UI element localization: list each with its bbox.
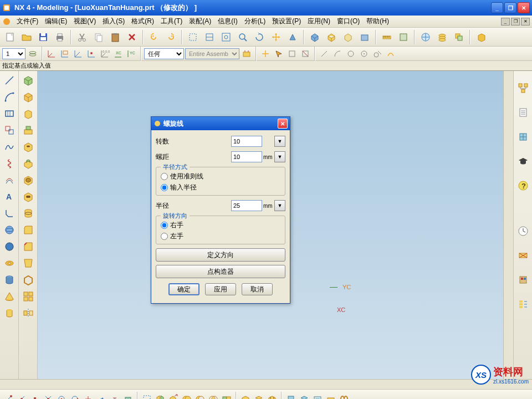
- print-button[interactable]: [52, 29, 68, 45]
- mdi-close[interactable]: ✕: [521, 18, 530, 25]
- yc-icon[interactable]: YC: [125, 48, 137, 60]
- horizontal-scrollbar[interactable]: [0, 379, 532, 389]
- expression-button[interactable]: [396, 29, 411, 45]
- offset-curve-icon[interactable]: [2, 173, 17, 187]
- radius-input[interactable]: [231, 200, 262, 211]
- pad-icon[interactable]: [21, 123, 36, 137]
- dialog-titlebar[interactable]: 螺旋线 ✕: [151, 117, 290, 130]
- mdi-minimize[interactable]: _: [501, 18, 510, 25]
- line-tool-icon[interactable]: [2, 73, 17, 88]
- point-constructor-button[interactable]: 点构造器: [156, 265, 285, 278]
- subtract-icon[interactable]: [194, 393, 206, 400]
- extract-icon[interactable]: [285, 393, 297, 400]
- redo-button[interactable]: [163, 29, 178, 45]
- curve-icon[interactable]: [385, 48, 397, 60]
- reorder-icon[interactable]: [515, 297, 531, 311]
- menu-info[interactable]: 信息(I): [214, 16, 241, 27]
- rectangle-tool-icon[interactable]: [2, 106, 17, 121]
- select-all-icon[interactable]: [141, 393, 153, 400]
- layer-settings-icon[interactable]: [27, 48, 39, 60]
- chamfer3d-icon[interactable]: [21, 239, 36, 254]
- helix-tool-icon[interactable]: [2, 156, 17, 171]
- move-object-button[interactable]: [451, 29, 467, 45]
- layer-button[interactable]: [434, 29, 450, 45]
- wcs-button[interactable]: [418, 29, 433, 45]
- links-icon[interactable]: [338, 393, 350, 400]
- circle2-icon[interactable]: [358, 48, 370, 60]
- history-icon[interactable]: [515, 105, 531, 120]
- save-button[interactable]: [35, 29, 51, 45]
- trim-body-icon[interactable]: [239, 393, 252, 400]
- cancel-button[interactable]: 取消: [242, 283, 273, 295]
- layer-combo[interactable]: 1: [2, 48, 25, 59]
- clock-icon[interactable]: [515, 224, 531, 238]
- right-hand-radio[interactable]: [161, 222, 168, 229]
- revolve-tool-icon[interactable]: [2, 256, 17, 270]
- enter-radius-radio[interactable]: [161, 184, 168, 191]
- circle-icon[interactable]: [345, 48, 357, 60]
- snap-point-icon[interactable]: [259, 48, 272, 60]
- paste-button[interactable]: [108, 29, 123, 45]
- assembly-nav-icon[interactable]: [515, 130, 531, 144]
- ok-button[interactable]: 确定: [168, 283, 200, 295]
- arc-tool-icon[interactable]: [2, 90, 17, 104]
- undo-button[interactable]: [146, 29, 162, 45]
- block2-icon[interactable]: [21, 90, 36, 104]
- menu-window[interactable]: 窗口(O): [334, 16, 363, 27]
- snap-surface-icon[interactable]: [122, 393, 134, 400]
- navigator-tree-icon[interactable]: [515, 81, 531, 95]
- zoom-button[interactable]: [235, 29, 250, 45]
- menu-assembly[interactable]: 装配(A): [186, 16, 214, 27]
- intersect-icon[interactable]: [207, 393, 219, 400]
- assembly-combo[interactable]: Entire Assemb: [185, 48, 239, 59]
- perspective-button[interactable]: [285, 29, 300, 45]
- block-icon[interactable]: [21, 73, 36, 88]
- boss-icon[interactable]: [21, 156, 36, 171]
- playback-icon[interactable]: [515, 273, 531, 287]
- help-icon[interactable]: ?: [515, 178, 531, 193]
- apply-button[interactable]: 应用: [205, 283, 236, 295]
- mdi-restore[interactable]: ❐: [511, 18, 520, 25]
- radius-step-button[interactable]: ▼: [274, 200, 285, 211]
- close-button[interactable]: ✕: [518, 2, 530, 13]
- snap-center-icon[interactable]: [55, 393, 68, 400]
- delete-button[interactable]: [124, 29, 140, 45]
- rotate-button[interactable]: [252, 29, 267, 45]
- groove-icon[interactable]: [21, 206, 36, 221]
- copy-button[interactable]: [91, 29, 106, 45]
- snap-end-icon[interactable]: [2, 393, 14, 400]
- orient-button[interactable]: [473, 29, 489, 45]
- pitch-input[interactable]: [231, 151, 262, 162]
- hole-icon[interactable]: [21, 140, 36, 154]
- snap-tangent-icon[interactable]: [109, 393, 121, 400]
- snap-intersect-icon[interactable]: [42, 393, 54, 400]
- menu-application[interactable]: 应用(N): [304, 16, 334, 27]
- turns-input[interactable]: [231, 136, 262, 147]
- selection-scope-icon[interactable]: [241, 48, 253, 60]
- split-body-icon[interactable]: [253, 393, 265, 400]
- divide-face-icon[interactable]: [266, 393, 278, 400]
- instance-icon[interactable]: [21, 289, 36, 304]
- menu-preferences[interactable]: 预设置(P): [269, 16, 304, 27]
- unite-icon[interactable]: [181, 393, 193, 400]
- point-icon[interactable]: [85, 48, 98, 60]
- dialog-close-button[interactable]: ✕: [278, 119, 288, 129]
- new-button[interactable]: [2, 29, 18, 45]
- snap-oncurve-icon[interactable]: [95, 393, 108, 400]
- xc-icon[interactable]: XC: [112, 48, 124, 60]
- menu-edit[interactable]: 编辑(E): [42, 16, 70, 27]
- spline-tool-icon[interactable]: [2, 140, 17, 154]
- pan-button[interactable]: [268, 29, 284, 45]
- define-direction-button[interactable]: 定义方向: [156, 248, 285, 262]
- snap-quadrant-icon[interactable]: [69, 393, 81, 400]
- thicken-icon[interactable]: [325, 393, 337, 400]
- sphere2-tool-icon[interactable]: [2, 239, 17, 254]
- cylinder2-icon[interactable]: [2, 306, 17, 320]
- csys-icon[interactable]: [45, 48, 58, 60]
- fit-button[interactable]: [218, 29, 234, 45]
- pocket-icon[interactable]: [21, 173, 36, 187]
- open-button[interactable]: [19, 29, 34, 45]
- chamfer-tool-icon[interactable]: [2, 206, 17, 221]
- maximize-button[interactable]: ❐: [504, 2, 516, 13]
- graduate-icon[interactable]: [515, 154, 531, 168]
